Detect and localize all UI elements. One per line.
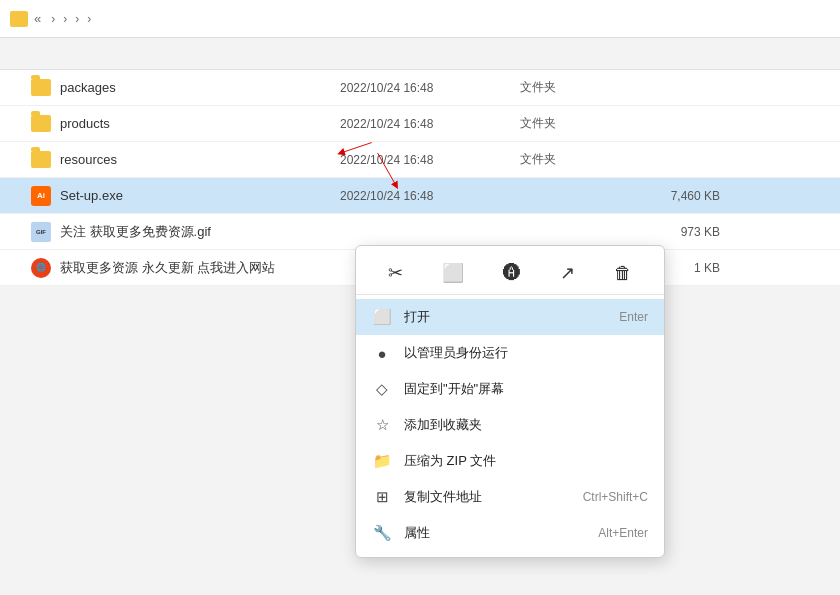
file-name: resources bbox=[60, 152, 340, 167]
file-date: 2022/10/24 16:48 bbox=[340, 117, 520, 131]
open-item[interactable]: ⬜ 打开 Enter bbox=[356, 299, 664, 335]
copy-path-item-icon: ⊞ bbox=[372, 487, 392, 507]
file-row[interactable]: packages 2022/10/24 16:48 文件夹 bbox=[0, 70, 840, 106]
file-icon-wrapper: Ai bbox=[30, 185, 52, 207]
copy-path-item-label: 复制文件地址 bbox=[404, 488, 571, 506]
column-headers bbox=[0, 38, 840, 70]
properties-item[interactable]: 🔧 属性 Alt+Enter bbox=[356, 515, 664, 551]
file-icon-wrapper bbox=[30, 77, 52, 99]
compress-zip-item-label: 压缩为 ZIP 文件 bbox=[404, 452, 636, 470]
web-file-icon: 🌐 bbox=[31, 258, 51, 278]
properties-item-icon: 🔧 bbox=[372, 523, 392, 543]
file-icon-wrapper: GIF bbox=[30, 221, 52, 243]
file-name: packages bbox=[60, 80, 340, 95]
properties-item-shortcut: Alt+Enter bbox=[598, 526, 648, 540]
add-to-favorites-item-icon: ☆ bbox=[372, 415, 392, 435]
share-icon[interactable]: ↗ bbox=[552, 260, 583, 286]
file-type: 文件夹 bbox=[520, 79, 640, 96]
file-row[interactable]: resources 2022/10/24 16:48 文件夹 bbox=[0, 142, 840, 178]
folder-icon bbox=[10, 11, 28, 27]
run-as-admin-item-label: 以管理员身份运行 bbox=[404, 344, 636, 362]
run-as-admin-item[interactable]: ● 以管理员身份运行 bbox=[356, 335, 664, 371]
context-menu: ✂⬜🅐↗🗑 ⬜ 打开 Enter ● 以管理员身份运行 ◇ 固定到"开始"屏幕 … bbox=[355, 245, 665, 558]
file-name: 获取更多资源 永久更新 点我进入网站 bbox=[60, 259, 340, 277]
file-list: packages 2022/10/24 16:48 文件夹 products 2… bbox=[0, 70, 840, 286]
context-menu-toolbar: ✂⬜🅐↗🗑 bbox=[356, 252, 664, 295]
file-date: 2022/10/24 16:48 bbox=[340, 153, 520, 167]
file-name: 关注 获取更多免费资源.gif bbox=[60, 223, 340, 241]
rename-icon[interactable]: 🅐 bbox=[495, 261, 529, 286]
address-bar: « › › › › bbox=[0, 0, 840, 38]
open-item-shortcut: Enter bbox=[619, 310, 648, 324]
breadcrumb[interactable]: › › › › bbox=[47, 12, 804, 26]
add-to-favorites-item-label: 添加到收藏夹 bbox=[404, 416, 636, 434]
compress-zip-item[interactable]: 📁 压缩为 ZIP 文件 bbox=[356, 443, 664, 479]
file-date: 2022/10/24 16:48 bbox=[340, 81, 520, 95]
compress-zip-item-icon: 📁 bbox=[372, 451, 392, 471]
copy-icon[interactable]: ⬜ bbox=[434, 260, 472, 286]
file-size: 973 KB bbox=[640, 225, 740, 239]
file-icon-wrapper: 🌐 bbox=[30, 257, 52, 279]
file-name: products bbox=[60, 116, 340, 131]
file-icon-wrapper bbox=[30, 149, 52, 171]
open-item-icon: ⬜ bbox=[372, 307, 392, 327]
file-icon-wrapper bbox=[30, 113, 52, 135]
ai-file-icon: Ai bbox=[31, 186, 51, 206]
file-type: 文件夹 bbox=[520, 151, 640, 168]
file-row[interactable]: Ai Set-up.exe 2022/10/24 16:48 7,460 KB bbox=[0, 178, 840, 214]
file-size: 7,460 KB bbox=[640, 189, 740, 203]
add-to-favorites-item[interactable]: ☆ 添加到收藏夹 bbox=[356, 407, 664, 443]
file-row[interactable]: products 2022/10/24 16:48 文件夹 bbox=[0, 106, 840, 142]
properties-item-label: 属性 bbox=[404, 524, 586, 542]
file-date: 2022/10/24 16:48 bbox=[340, 189, 520, 203]
open-item-label: 打开 bbox=[404, 308, 607, 326]
pin-to-start-item-label: 固定到"开始"屏幕 bbox=[404, 380, 636, 398]
copy-path-item[interactable]: ⊞ 复制文件地址 Ctrl+Shift+C bbox=[356, 479, 664, 515]
pin-to-start-item[interactable]: ◇ 固定到"开始"屏幕 bbox=[356, 371, 664, 407]
folder-file-icon bbox=[31, 151, 51, 168]
copy-path-item-shortcut: Ctrl+Shift+C bbox=[583, 490, 648, 504]
folder-file-icon bbox=[31, 79, 51, 96]
pin-to-start-item-icon: ◇ bbox=[372, 379, 392, 399]
file-name: Set-up.exe bbox=[60, 188, 340, 203]
delete-icon[interactable]: 🗑 bbox=[606, 261, 640, 286]
breadcrumb-sep1: « bbox=[34, 11, 41, 26]
folder-file-icon bbox=[31, 115, 51, 132]
run-as-admin-item-icon: ● bbox=[372, 343, 392, 363]
file-type: 文件夹 bbox=[520, 115, 640, 132]
cut-icon[interactable]: ✂ bbox=[380, 260, 411, 286]
gif-file-icon: GIF bbox=[31, 222, 51, 242]
